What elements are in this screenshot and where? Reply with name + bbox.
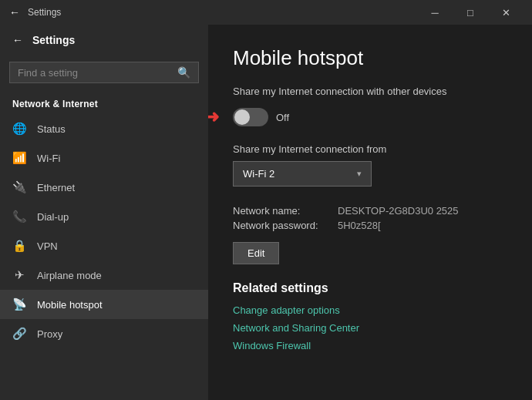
search-icon: 🔍 [177,66,190,79]
dropdown-value: Wi-Fi 2 [243,168,274,180]
titlebar-title: Settings [28,7,61,18]
back-icon[interactable]: ← [9,6,20,18]
content-area: Mobile hotspot Share my Internet connect… [208,25,532,400]
hotspot-icon: 📡 [12,297,26,311]
network-password-row: Network password: 5H0z528[ [233,220,507,231]
network-password-label: Network password: [233,220,325,231]
toggle-state-label: Off [276,112,289,123]
change-adapter-link[interactable]: Change adapter options [233,304,507,316]
network-sharing-link[interactable]: Network and Sharing Center [233,322,507,334]
sidebar-item-vpn[interactable]: 🔒 VPN [0,231,208,261]
sidebar-item-dialup[interactable]: 📞 Dial-up [0,202,208,231]
hotspot-toggle[interactable] [233,108,268,126]
sidebar-item-status[interactable]: 🌐 Status [0,114,208,143]
maximize-button[interactable]: □ [453,0,487,25]
toggle-knob [234,109,250,125]
sidebar-item-hotspot[interactable]: 📡 Mobile hotspot [0,290,208,319]
share-from-label: Share my Internet connection from [233,143,507,155]
sidebar-back-nav[interactable]: ← Settings [0,25,208,55]
windows-firewall-link[interactable]: Windows Firewall [233,340,507,351]
titlebar: ← Settings ─ □ ✕ [0,0,532,25]
sidebar-section-label: Network & Internet [0,89,208,114]
sidebar-item-label: Wi-Fi [37,153,60,164]
proxy-icon: 🔗 [12,327,26,341]
toggle-row: ➜ Off [233,108,507,126]
sidebar-item-label: Ethernet [37,182,75,193]
connection-dropdown[interactable]: Wi-Fi 2 ▾ [233,161,372,187]
sidebar-back-label: Settings [32,34,75,46]
network-name-value: DESKTOP-2G8D3U0 2525 [338,205,459,217]
related-settings-title: Related settings [233,281,507,295]
titlebar-left: ← Settings [9,6,61,18]
titlebar-controls: ─ □ ✕ [418,0,523,25]
sidebar-item-airplane[interactable]: ✈ Airplane mode [0,261,208,290]
sidebar: ← Settings 🔍 Network & Internet 🌐 Status… [0,25,208,400]
chevron-down-icon: ▾ [357,169,362,179]
sidebar-back-icon: ← [12,34,23,46]
page-title: Mobile hotspot [233,46,507,70]
minimize-button[interactable]: ─ [418,0,452,25]
sidebar-item-label: Proxy [37,328,62,340]
search-input[interactable] [18,67,177,79]
dialup-icon: 📞 [12,210,26,224]
sidebar-item-wifi[interactable]: 📶 Wi-Fi [0,143,208,173]
sidebar-item-proxy[interactable]: 🔗 Proxy [0,319,208,348]
sidebar-item-label: Mobile hotspot [37,299,103,311]
network-password-value: 5H0z528[ [338,220,381,231]
share-description: Share my Internet connection with other … [233,86,507,97]
sidebar-item-label: Status [37,123,66,135]
ethernet-icon: 🔌 [12,180,26,194]
network-info: Network name: DESKTOP-2G8D3U0 2525 Netwo… [233,205,507,264]
edit-button[interactable]: Edit [233,242,279,264]
network-name-row: Network name: DESKTOP-2G8D3U0 2525 [233,205,507,217]
close-button[interactable]: ✕ [489,0,523,25]
airplane-icon: ✈ [12,268,26,282]
arrow-indicator: ➜ [208,107,219,127]
sidebar-item-ethernet[interactable]: 🔌 Ethernet [0,173,208,202]
sidebar-item-label: VPN [37,240,58,252]
wifi-icon: 📶 [12,151,26,165]
vpn-icon: 🔒 [12,239,26,253]
app-body: ← Settings 🔍 Network & Internet 🌐 Status… [0,25,532,400]
status-icon: 🌐 [12,122,26,136]
sidebar-item-label: Dial-up [37,211,69,223]
sidebar-item-label: Airplane mode [37,270,102,281]
network-name-label: Network name: [233,205,325,217]
sidebar-search-box[interactable]: 🔍 [9,62,199,83]
